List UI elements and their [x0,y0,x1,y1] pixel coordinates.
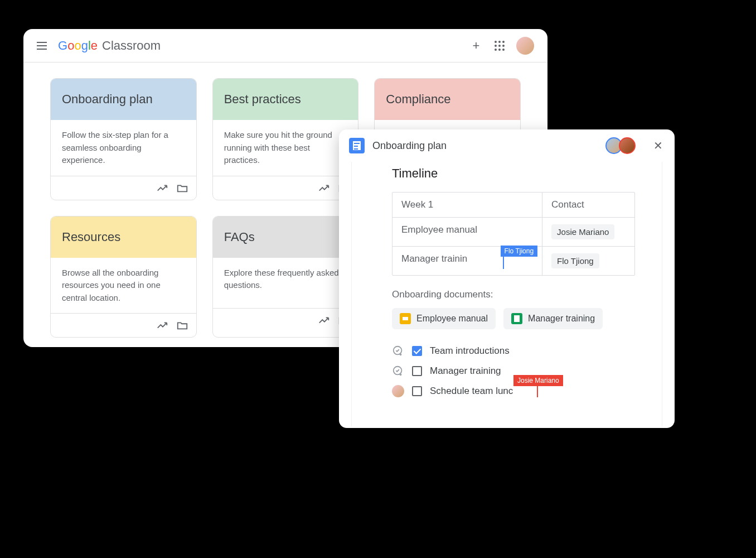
checkbox[interactable] [412,346,422,356]
attachment-chip-sheets[interactable]: Manager training [503,308,603,329]
sheets-icon [511,313,522,324]
card-desc: Browse all the onboarding resources you … [51,258,196,314]
table-header-row: Week 1 Contact [392,193,634,218]
folder-icon[interactable] [176,319,188,331]
docs-app-icon [349,138,365,153]
collab-cursor-label: Josie Mariano [513,375,563,386]
card-footer [213,308,358,332]
class-card-onboarding[interactable]: Onboarding plan Follow the six-step plan… [50,78,197,200]
contact-chip[interactable]: Flo Tjiong [551,253,599,268]
trending-icon[interactable] [318,314,330,326]
docs-window: Onboarding plan ✕ Timeline Week 1 Contac… [339,129,675,428]
collaborator-avatars [609,137,636,154]
apps-icon[interactable] [493,39,506,52]
table-cell[interactable]: Manager trainin Flo Tjiong [392,247,542,275]
table-cell[interactable]: Flo Tjiong [542,247,634,275]
table-cell[interactable]: Employee manual [392,218,542,246]
add-check-icon[interactable] [392,365,404,377]
card-desc: Follow the six-step plan for a seamless … [51,120,196,176]
google-logo: Google [58,39,98,53]
folder-icon[interactable] [176,182,188,194]
close-icon[interactable]: ✕ [651,139,665,152]
card-title: Compliance [375,79,520,120]
checklist-item: Schedule team lunc Josie Mariano [392,385,635,397]
docs-body[interactable]: Timeline Week 1 Contact Employee manual … [351,162,662,427]
table-header: Week 1 [392,193,542,217]
checkbox[interactable] [412,386,422,396]
checklist-item: Team introductions [392,345,635,357]
create-icon[interactable]: + [469,39,483,52]
cell-text: Manager trainin [401,253,467,264]
checklist-label[interactable]: Team introductions [430,345,510,357]
collab-cursor [537,385,538,397]
card-footer [51,176,196,200]
menu-icon[interactable] [37,39,50,52]
card-title: Onboarding plan [51,79,196,120]
trending-icon[interactable] [156,182,168,194]
section-label: Onboarding documents: [392,289,635,300]
class-card-faqs[interactable]: FAQs Explore these frequently asked ques… [212,216,359,338]
assignee-avatar[interactable] [392,385,404,397]
table-header: Contact [542,193,634,217]
attachment-name: Manager training [528,314,595,324]
contact-chip[interactable]: Josie Mariano [551,224,614,239]
checkbox[interactable] [412,366,422,376]
docs-title[interactable]: Onboarding plan [372,140,601,152]
attachment-chip-slides[interactable]: Employee manual [392,308,496,329]
card-title: Best practices [213,79,358,120]
app-title: Classroom [102,39,161,53]
docs-header: Onboarding plan ✕ [339,129,675,162]
card-title: FAQs [213,217,358,258]
add-check-icon[interactable] [392,345,404,357]
trending-icon[interactable] [156,319,168,331]
attachment-name: Employee manual [416,314,488,324]
class-card-best-practices[interactable]: Best practices Make sure you hit the gro… [212,78,359,200]
card-title: Resources [51,217,196,258]
attachment-chips: Employee manual Manager training [392,308,635,329]
classroom-header: Google Classroom + [23,29,547,62]
user-avatar[interactable] [516,37,534,55]
table-row: Employee manual Josie Mariano [392,218,634,247]
table-row: Manager trainin Flo Tjiong Flo Tjiong [392,247,634,275]
card-footer [213,176,358,200]
collaborator-avatar[interactable] [619,137,636,154]
doc-heading: Timeline [392,166,635,181]
slides-icon [400,313,411,324]
table-cell[interactable]: Josie Mariano [542,218,634,246]
class-card-resources[interactable]: Resources Browse all the onboarding reso… [50,216,197,338]
card-desc: Make sure you hit the ground running wit… [213,120,358,176]
card-footer [51,313,196,337]
checklist-label[interactable]: Manager training [430,365,501,377]
checklist-label[interactable]: Schedule team lunc [430,386,513,397]
checklist: Team introductions Manager training Sche… [392,345,635,397]
timeline-table: Week 1 Contact Employee manual Josie Mar… [392,192,635,276]
collab-cursor-label: Flo Tjiong [501,246,537,257]
card-desc: Explore these frequently asked questions… [213,258,358,308]
trending-icon[interactable] [318,182,330,194]
